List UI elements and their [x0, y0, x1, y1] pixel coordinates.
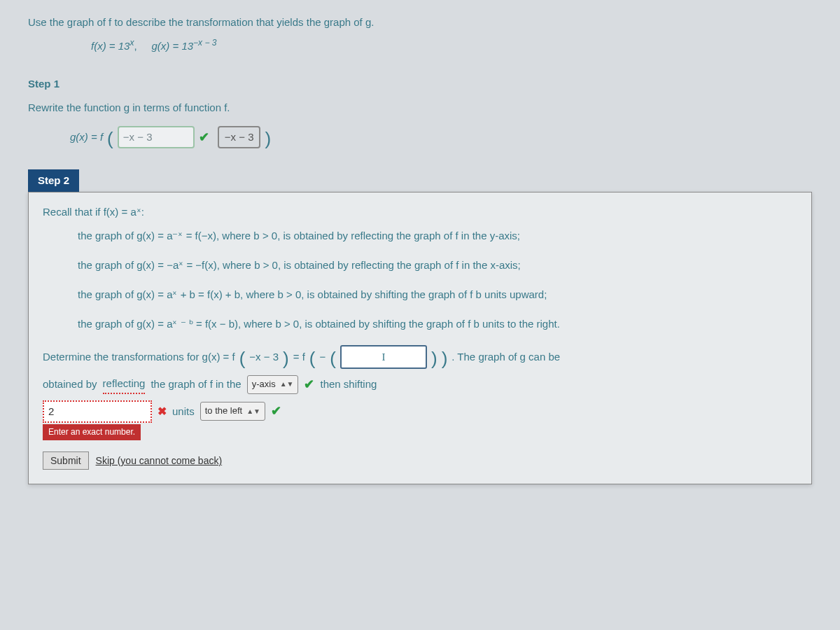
direction-select[interactable]: to the left▲▼: [200, 402, 265, 421]
step1-label: Step 1: [28, 76, 812, 92]
skip-link[interactable]: Skip (you cannot come back): [96, 453, 223, 468]
check-icon: ✔: [304, 374, 314, 395]
cross-icon: ✖: [158, 402, 167, 421]
step2-tab: Step 2: [28, 169, 79, 192]
error-message: Enter an exact number.: [43, 424, 141, 440]
stepper-icon: ▲▼: [246, 406, 260, 417]
axis-select[interactable]: y-axis▲▼: [247, 375, 299, 394]
step1-description: Rewrite the function g in terms of funct…: [28, 99, 812, 116]
problem-prompt: Use the graph of f to describe the trans…: [28, 14, 812, 31]
step1-answer-box[interactable]: −x − 3: [118, 126, 195, 148]
function-definitions: f(x) = 13x, g(x) = 13−x − 3: [91, 36, 812, 55]
step1-equation: g(x) = f( −x − 3 ✔ −x − 3): [70, 126, 812, 148]
check-icon: ✔: [271, 401, 281, 421]
submit-button[interactable]: Submit: [43, 451, 89, 470]
recall-heading: Recall that if f(x) = aˣ:: [43, 204, 797, 220]
step1-hint-box: −x − 3: [218, 126, 261, 148]
check-icon: ✔: [199, 127, 209, 148]
units-input[interactable]: 2: [43, 400, 152, 423]
rule-2: the graph of g(x) = −aˣ = −f(x), where b…: [78, 257, 743, 274]
rule-4: the graph of g(x) = aˣ ⁻ ᵇ = f(x − b), w…: [78, 316, 743, 332]
obtained-row-2: 2 ✖ units to the left▲▼ ✔: [43, 400, 797, 423]
inner-value-input[interactable]: I: [340, 345, 427, 369]
rule-3: the graph of g(x) = aˣ + b = f(x) + b, w…: [78, 286, 743, 303]
determine-line: Determine the transformations for g(x) =…: [43, 345, 797, 369]
stepper-icon: ▲▼: [280, 379, 294, 390]
obtained-row-1: obtained by reflecting the graph of f in…: [43, 374, 797, 395]
reflecting-word: reflecting: [103, 375, 146, 394]
rule-1: the graph of g(x) = a⁻ˣ = f(−x), where b…: [78, 227, 743, 244]
step2-panel: Recall that if f(x) = aˣ: the graph of g…: [28, 192, 812, 484]
